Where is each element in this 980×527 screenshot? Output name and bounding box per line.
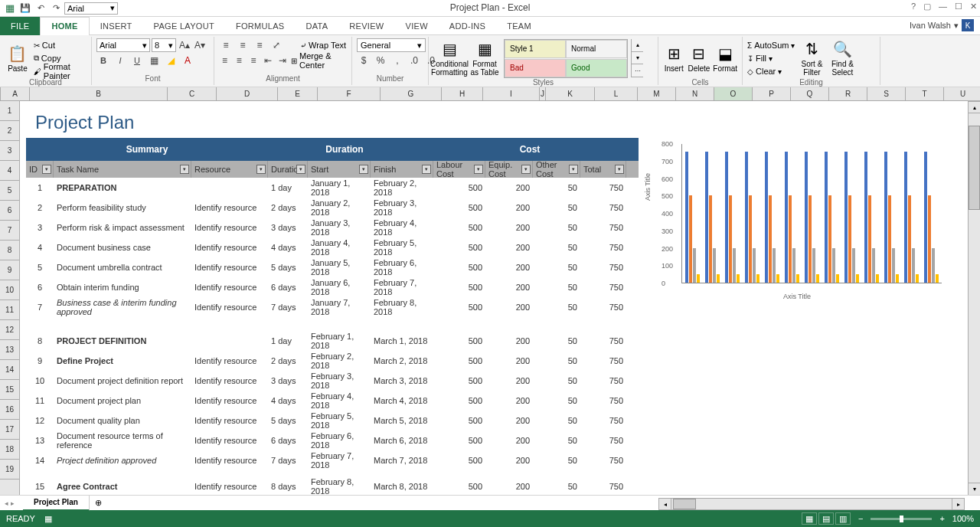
shrink-font-icon[interactable]: A▾	[193, 38, 207, 52]
conditional-formatting-button[interactable]: ▤Conditional Formatting	[433, 38, 466, 78]
format-cells-button[interactable]: ⬓Format	[713, 38, 737, 78]
col-header-R[interactable]: R	[829, 87, 867, 100]
table-row[interactable]: 7Business case & interim funding approve…	[26, 297, 639, 317]
table-header-labour-cost[interactable]: Labour Cost▾	[433, 161, 485, 178]
format-as-table-button[interactable]: ▦Format as Table	[469, 38, 501, 78]
col-header-F[interactable]: F	[318, 87, 381, 100]
font-color-icon[interactable]: A	[181, 54, 194, 67]
font-name-picker[interactable]: Arial▾	[96, 38, 150, 52]
row-header-18[interactable]: 18	[0, 440, 19, 460]
view-layout-icon[interactable]: ▤	[818, 512, 834, 525]
sort-filter-button[interactable]: ⇅Sort & Filter	[798, 38, 825, 78]
col-header-O[interactable]: O	[714, 87, 753, 100]
close-icon[interactable]: ✕	[970, 2, 977, 11]
number-format-picker[interactable]: General▾	[357, 38, 426, 52]
row-header-8[interactable]: 8	[0, 241, 19, 260]
col-header-G[interactable]: G	[381, 87, 442, 100]
sheet-nav-icons[interactable]: ◂ ▸	[5, 499, 15, 507]
col-header-C[interactable]: C	[168, 87, 217, 100]
ribbon-options-icon[interactable]: ▢	[923, 2, 931, 11]
col-header-I[interactable]: I	[483, 87, 540, 100]
percent-icon[interactable]: %	[374, 54, 387, 67]
align-right-icon[interactable]: ≡	[248, 54, 260, 67]
maximize-icon[interactable]: ☐	[955, 2, 962, 11]
col-header-H[interactable]: H	[442, 87, 483, 100]
save-icon[interactable]: 💾	[18, 2, 32, 15]
table-row[interactable]	[26, 470, 639, 476]
col-header-Q[interactable]: Q	[791, 87, 829, 100]
table-row[interactable]: 8PROJECT DEFINITION1 dayFebruary 1, 2018…	[26, 331, 639, 351]
col-header-U[interactable]: U	[944, 87, 980, 100]
table-header-resource[interactable]: Resource▾	[191, 161, 268, 178]
col-header-L[interactable]: L	[595, 87, 638, 100]
sheet-tab-active[interactable]: Project Plan	[23, 496, 90, 511]
indent-inc-icon[interactable]: ⇥	[276, 54, 288, 67]
tab-formulas[interactable]: FORMULAS	[225, 17, 296, 35]
zoom-in-icon[interactable]: +	[939, 514, 944, 523]
col-header-S[interactable]: S	[867, 87, 906, 100]
col-header-D[interactable]: D	[217, 87, 278, 100]
row-header-19[interactable]: 19	[0, 460, 19, 480]
align-center-icon[interactable]: ≡	[234, 54, 245, 67]
table-row[interactable]: 13Document resource terms of referenceId…	[26, 430, 639, 450]
row-header-15[interactable]: 15	[0, 380, 19, 400]
tab-review[interactable]: REVIEW	[338, 17, 394, 35]
table-row[interactable]: 3Perform risk & impact assessmentIdentif…	[26, 218, 639, 237]
table-header-other-cost[interactable]: Other Cost▾	[533, 161, 580, 178]
undo-icon[interactable]: ↶	[34, 2, 47, 15]
table-row[interactable]: 11Document project planIdentify resource…	[26, 391, 639, 411]
delete-cells-button[interactable]: ⊟Delete	[688, 38, 710, 78]
tab-add-ins[interactable]: ADD-INS	[439, 17, 496, 35]
table-header-start[interactable]: Start▾	[308, 161, 371, 178]
col-header-J[interactable]: J	[540, 87, 546, 100]
row-header-2[interactable]: 2	[0, 121, 19, 141]
row-header-9[interactable]: 9	[0, 260, 19, 280]
border-icon[interactable]: ▦	[147, 54, 161, 67]
zoom-level[interactable]: 100%	[952, 514, 974, 523]
col-header-M[interactable]: M	[638, 87, 676, 100]
table-header-duration[interactable]: Duration▾	[268, 161, 308, 178]
row-header-12[interactable]: 12	[0, 320, 19, 340]
tab-data[interactable]: DATA	[295, 17, 338, 35]
underline-icon[interactable]: U	[130, 54, 144, 67]
tab-page-layout[interactable]: PAGE LAYOUT	[143, 17, 225, 35]
row-header-7[interactable]: 7	[0, 221, 19, 241]
horizontal-scrollbar[interactable]: ◂ ▸	[658, 498, 965, 510]
wrap-text-button[interactable]: ⤶ Wrap Text	[300, 39, 346, 51]
table-header-finish[interactable]: Finish▾	[371, 161, 433, 178]
font-size-picker[interactable]: 8▾	[152, 38, 176, 52]
worksheet-content[interactable]: Project Plan Summary Duration Cost ID▾Ta…	[20, 101, 980, 495]
col-header-K[interactable]: K	[546, 87, 595, 100]
col-header-B[interactable]: B	[30, 87, 168, 100]
cut-button[interactable]: ✂ Cut	[34, 39, 87, 51]
row-header-14[interactable]: 14	[0, 360, 19, 380]
row-header-4[interactable]: 4	[0, 161, 19, 181]
table-header-task-name[interactable]: Task Name▾	[54, 161, 191, 178]
row-header-5[interactable]: 5	[0, 181, 19, 201]
row-header-13[interactable]: 13	[0, 340, 19, 360]
inc-decimal-icon[interactable]: .0	[407, 54, 421, 67]
italic-icon[interactable]: I	[113, 54, 127, 67]
user-info[interactable]: Ivan Walsh▾K	[910, 19, 974, 31]
row-header-11[interactable]: 11	[0, 300, 19, 320]
view-break-icon[interactable]: ▥	[835, 512, 851, 525]
tab-home[interactable]: HOME	[40, 17, 89, 35]
col-header-N[interactable]: N	[676, 87, 714, 100]
row-header-3[interactable]: 3	[0, 141, 19, 161]
tab-view[interactable]: VIEW	[395, 17, 439, 35]
table-header-total[interactable]: Total▾	[580, 161, 626, 178]
format-painter-button[interactable]: 🖌 Format Painter	[34, 65, 87, 77]
table-row[interactable]: 6Obtain interim fundingIdentify resource…	[26, 277, 639, 297]
row-header-16[interactable]: 16	[0, 400, 19, 420]
table-header-equip-cost[interactable]: Equip. Cost▾	[485, 161, 533, 178]
row-header-1[interactable]: 1	[0, 101, 19, 121]
table-header-id[interactable]: ID▾	[26, 161, 54, 178]
table-row[interactable]: 1PREPARATION1 dayJanuary 1, 2018February…	[26, 178, 639, 198]
cost-chart[interactable]: Axis Title Axis Title 010020030040050060…	[648, 139, 946, 300]
col-header-E[interactable]: E	[278, 87, 318, 100]
table-row[interactable]: 4Document business caseIdentify resource…	[26, 237, 639, 257]
bold-icon[interactable]: B	[96, 54, 110, 67]
comma-icon[interactable]: ,	[390, 54, 404, 67]
redo-icon[interactable]: ↷	[49, 2, 63, 15]
table-row[interactable]: 9Define ProjectIdentify resource2 daysFe…	[26, 351, 639, 371]
